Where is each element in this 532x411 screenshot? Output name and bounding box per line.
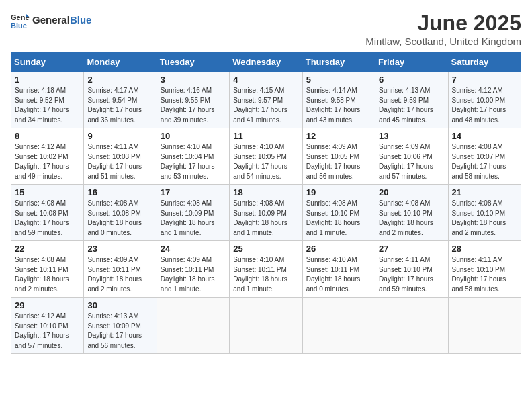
day-number: 18 — [233, 187, 298, 197]
day-info: Sunrise: 4:09 AMSunset: 10:06 PMDaylight… — [379, 142, 444, 181]
day-cell: 24Sunrise: 4:09 AMSunset: 10:11 PMDaylig… — [157, 241, 229, 298]
day-number: 14 — [452, 131, 517, 141]
day-info: Sunrise: 4:10 AMSunset: 10:04 PMDaylight… — [161, 142, 226, 181]
day-cell: 17Sunrise: 4:08 AMSunset: 10:09 PMDaylig… — [157, 185, 229, 241]
day-cell: 10Sunrise: 4:10 AMSunset: 10:04 PMDaylig… — [157, 128, 229, 185]
day-number: 5 — [306, 75, 371, 85]
day-cell: 20Sunrise: 4:08 AMSunset: 10:10 PMDaylig… — [375, 185, 448, 241]
day-number: 23 — [87, 244, 152, 254]
day-cell: 22Sunrise: 4:08 AMSunset: 10:11 PMDaylig… — [11, 241, 84, 298]
month-title: June 2025 — [365, 11, 521, 36]
day-number: 21 — [452, 187, 517, 197]
day-cell: 13Sunrise: 4:09 AMSunset: 10:06 PMDaylig… — [375, 128, 448, 185]
day-number: 22 — [15, 244, 80, 254]
day-info: Sunrise: 4:10 AMSunset: 10:11 PMDaylight… — [306, 255, 371, 294]
day-number: 26 — [306, 244, 371, 254]
day-number: 30 — [87, 300, 152, 310]
day-info: Sunrise: 4:10 AMSunset: 10:05 PMDaylight… — [233, 142, 298, 181]
day-info: Sunrise: 4:12 AMSunset: 10:02 PMDaylight… — [15, 142, 80, 181]
day-info: Sunrise: 4:08 AMSunset: 10:07 PMDaylight… — [452, 142, 517, 181]
day-cell — [302, 298, 375, 354]
day-number: 11 — [233, 131, 298, 141]
day-cell: 9Sunrise: 4:11 AMSunset: 10:03 PMDayligh… — [84, 128, 157, 185]
day-number: 24 — [161, 244, 226, 254]
day-number: 20 — [379, 187, 444, 197]
day-info: Sunrise: 4:11 AMSunset: 10:10 PMDaylight… — [452, 255, 517, 294]
day-info: Sunrise: 4:11 AMSunset: 10:03 PMDaylight… — [87, 142, 152, 181]
week-row-3: 15Sunrise: 4:08 AMSunset: 10:08 PMDaylig… — [11, 185, 521, 241]
day-number: 10 — [161, 131, 226, 141]
day-info: Sunrise: 4:09 AMSunset: 10:11 PMDaylight… — [87, 255, 152, 294]
day-info: Sunrise: 4:08 AMSunset: 10:08 PMDaylight… — [15, 199, 80, 238]
day-info: Sunrise: 4:08 AMSunset: 10:10 PMDaylight… — [379, 199, 444, 238]
day-number: 17 — [161, 187, 226, 197]
day-cell: 2Sunrise: 4:17 AMSunset: 9:54 PMDaylight… — [84, 72, 157, 128]
week-row-1: 1Sunrise: 4:18 AMSunset: 9:52 PMDaylight… — [11, 72, 521, 128]
day-cell: 4Sunrise: 4:15 AMSunset: 9:57 PMDaylight… — [230, 72, 302, 128]
day-cell: 12Sunrise: 4:09 AMSunset: 10:05 PMDaylig… — [302, 128, 375, 185]
day-cell — [375, 298, 448, 354]
day-cell: 11Sunrise: 4:10 AMSunset: 10:05 PMDaylig… — [230, 128, 302, 185]
header-cell-monday: Monday — [84, 53, 157, 72]
day-cell — [157, 298, 229, 354]
day-cell: 21Sunrise: 4:08 AMSunset: 10:10 PMDaylig… — [448, 185, 521, 241]
day-number: 6 — [379, 75, 444, 85]
day-cell: 5Sunrise: 4:14 AMSunset: 9:58 PMDaylight… — [302, 72, 375, 128]
day-cell: 8Sunrise: 4:12 AMSunset: 10:02 PMDayligh… — [11, 128, 84, 185]
svg-text:Blue: Blue — [11, 21, 27, 30]
day-cell: 25Sunrise: 4:10 AMSunset: 10:11 PMDaylig… — [230, 241, 302, 298]
day-cell: 23Sunrise: 4:09 AMSunset: 10:11 PMDaylig… — [84, 241, 157, 298]
day-info: Sunrise: 4:10 AMSunset: 10:11 PMDaylight… — [233, 255, 298, 294]
day-info: Sunrise: 4:16 AMSunset: 9:55 PMDaylight:… — [161, 86, 226, 125]
day-number: 12 — [306, 131, 371, 141]
day-number: 8 — [15, 131, 80, 141]
day-cell: 15Sunrise: 4:08 AMSunset: 10:08 PMDaylig… — [11, 185, 84, 241]
header-cell-thursday: Thursday — [302, 53, 375, 72]
week-row-5: 29Sunrise: 4:12 AMSunset: 10:10 PMDaylig… — [11, 298, 521, 354]
day-number: 19 — [306, 187, 371, 197]
header: General Blue GeneralBlue June 2025 Mintl… — [11, 11, 521, 47]
day-cell: 1Sunrise: 4:18 AMSunset: 9:52 PMDaylight… — [11, 72, 84, 128]
day-cell: 7Sunrise: 4:12 AMSunset: 10:00 PMDayligh… — [448, 72, 521, 128]
day-info: Sunrise: 4:12 AMSunset: 10:10 PMDaylight… — [15, 312, 80, 351]
day-info: Sunrise: 4:13 AMSunset: 9:59 PMDaylight:… — [379, 86, 444, 125]
day-number: 7 — [452, 75, 517, 85]
day-number: 15 — [15, 187, 80, 197]
day-cell: 27Sunrise: 4:11 AMSunset: 10:10 PMDaylig… — [375, 241, 448, 298]
day-info: Sunrise: 4:08 AMSunset: 10:09 PMDaylight… — [233, 199, 298, 238]
day-cell: 29Sunrise: 4:12 AMSunset: 10:10 PMDaylig… — [11, 298, 84, 354]
day-number: 1 — [15, 75, 80, 85]
day-info: Sunrise: 4:11 AMSunset: 10:10 PMDaylight… — [379, 255, 444, 294]
day-info: Sunrise: 4:14 AMSunset: 9:58 PMDaylight:… — [306, 86, 371, 125]
day-number: 28 — [452, 244, 517, 254]
day-info: Sunrise: 4:09 AMSunset: 10:11 PMDaylight… — [161, 255, 226, 294]
logo: General Blue GeneralBlue — [11, 11, 91, 30]
day-number: 3 — [161, 75, 226, 85]
day-cell: 28Sunrise: 4:11 AMSunset: 10:10 PMDaylig… — [448, 241, 521, 298]
day-cell: 6Sunrise: 4:13 AMSunset: 9:59 PMDaylight… — [375, 72, 448, 128]
day-number: 27 — [379, 244, 444, 254]
week-row-4: 22Sunrise: 4:08 AMSunset: 10:11 PMDaylig… — [11, 241, 521, 298]
day-info: Sunrise: 4:08 AMSunset: 10:11 PMDaylight… — [15, 255, 80, 294]
header-cell-tuesday: Tuesday — [157, 53, 229, 72]
calendar-body: 1Sunrise: 4:18 AMSunset: 9:52 PMDaylight… — [11, 72, 521, 354]
day-number: 2 — [87, 75, 152, 85]
day-info: Sunrise: 4:17 AMSunset: 9:54 PMDaylight:… — [87, 86, 152, 125]
day-number: 9 — [87, 131, 152, 141]
day-number: 29 — [15, 300, 80, 310]
day-number: 4 — [233, 75, 298, 85]
header-cell-wednesday: Wednesday — [230, 53, 302, 72]
logo-general-text: GeneralBlue — [32, 15, 91, 26]
day-info: Sunrise: 4:08 AMSunset: 10:09 PMDaylight… — [161, 199, 226, 238]
day-cell: 19Sunrise: 4:08 AMSunset: 10:10 PMDaylig… — [302, 185, 375, 241]
day-cell: 18Sunrise: 4:08 AMSunset: 10:09 PMDaylig… — [230, 185, 302, 241]
calendar-header: SundayMondayTuesdayWednesdayThursdayFrid… — [11, 53, 521, 72]
day-cell: 16Sunrise: 4:08 AMSunset: 10:08 PMDaylig… — [84, 185, 157, 241]
day-info: Sunrise: 4:08 AMSunset: 10:08 PMDaylight… — [87, 199, 152, 238]
day-number: 13 — [379, 131, 444, 141]
day-cell: 30Sunrise: 4:13 AMSunset: 10:09 PMDaylig… — [84, 298, 157, 354]
day-info: Sunrise: 4:08 AMSunset: 10:10 PMDaylight… — [452, 199, 517, 238]
day-info: Sunrise: 4:08 AMSunset: 10:10 PMDaylight… — [306, 199, 371, 238]
day-info: Sunrise: 4:18 AMSunset: 9:52 PMDaylight:… — [15, 86, 80, 125]
calendar-table: SundayMondayTuesdayWednesdayThursdayFrid… — [11, 52, 521, 354]
